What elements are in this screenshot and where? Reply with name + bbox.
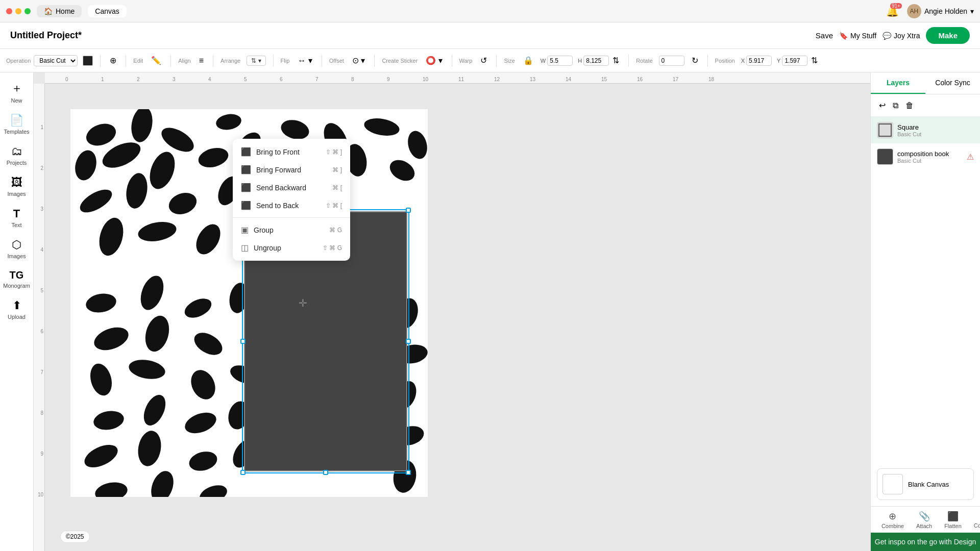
templates-label: Templates <box>4 129 29 135</box>
sidebar-item-images[interactable]: 🖼 Images <box>3 172 31 201</box>
home-tab-label: Home <box>56 7 75 15</box>
canvas-tab[interactable]: Canvas <box>88 5 126 17</box>
sidebar-item-templates[interactable]: 📄 Templates <box>3 110 31 139</box>
user-name: Angie Holden <box>924 7 967 15</box>
arrange-button[interactable]: ⇅ ▾ <box>247 56 265 66</box>
rotate-input[interactable] <box>659 56 684 66</box>
monogram-label: Monogram <box>3 283 30 289</box>
color-swatch[interactable] <box>83 56 93 66</box>
flatten-label: Flatten <box>944 523 962 529</box>
sidebar-item-new[interactable]: ＋ New <box>3 77 31 108</box>
sidebar-item-shapes[interactable]: ⬡ Images <box>3 234 31 263</box>
edit-button[interactable]: ✏️ <box>149 55 163 66</box>
my-stuff-button[interactable]: 🔖 My Stuff <box>839 32 876 40</box>
bring-forward-item[interactable]: ⬛ Bring Forward ⌘ ] <box>233 161 350 179</box>
edit-label: Edit <box>133 58 143 64</box>
tab-layers[interactable]: Layers <box>871 72 925 94</box>
attach-icon: 📎 <box>919 511 930 522</box>
blank-canvas-area[interactable]: Blank Canvas <box>877 468 974 500</box>
zoom-text: ©2025 <box>66 533 84 540</box>
layer-composition-book[interactable]: composition book Basic Cut ⚠ <box>871 143 980 170</box>
bring-to-front-shortcut: ⇧ ⌘ ] <box>326 148 342 156</box>
contour-action[interactable]: ○ Contour <box>974 511 980 529</box>
x-input[interactable] <box>746 56 772 66</box>
layer-square[interactable]: Square Basic Cut <box>871 117 980 143</box>
save-button[interactable]: Save <box>816 31 833 40</box>
ungroup-item[interactable]: ◫ Ungroup ⇧ ⌘ G <box>233 239 350 257</box>
tab-color-sync[interactable]: Color Sync <box>925 72 980 94</box>
upload-label: Upload <box>8 314 26 320</box>
sidebar-item-monogram[interactable]: TG Monogram <box>3 265 31 293</box>
attach-action[interactable]: 📎 Attach <box>916 511 932 529</box>
ruler-tick: 17 <box>673 77 678 82</box>
create-sticker-button[interactable]: ⭕ ▾ <box>424 55 444 66</box>
ruler-tick: 7 <box>315 77 318 82</box>
size-label: Size <box>504 58 514 64</box>
send-to-back-item[interactable]: ⬛ Send to Back ⇧ ⌘ [ <box>233 196 350 214</box>
shapes-icon: ⬡ <box>12 238 21 252</box>
offset-button[interactable]: ⊙ ▾ <box>350 55 367 66</box>
y-stepper[interactable]: ⇅ <box>809 55 820 66</box>
send-backward-icon: ⬛ <box>241 183 251 192</box>
joy-icon: 💬 <box>883 32 891 40</box>
select-all-button[interactable]: ⊕ <box>108 55 118 66</box>
duplicate-layer-button[interactable]: ⧉ <box>891 98 900 112</box>
images-label: Images <box>7 191 26 197</box>
separator-2 <box>126 55 126 67</box>
separator-3 <box>170 55 171 67</box>
align-button[interactable]: ≡ <box>197 55 206 66</box>
ruler-tick-v: 6 <box>40 329 43 334</box>
notif-bar[interactable]: Get inspo on the go with Design <box>871 533 980 551</box>
layer-name-square: Square <box>897 123 974 131</box>
sidebar-item-text[interactable]: T Text <box>3 203 31 232</box>
joy-xtra-button[interactable]: 💬 Joy Xtra <box>883 32 920 40</box>
ungroup-icon: ◫ <box>241 243 249 253</box>
layer-error-icon: ⚠ <box>967 152 974 162</box>
send-backward-item[interactable]: ⬛ Send Backward ⌘ [ <box>233 179 350 196</box>
ruler-tick: 10 <box>423 77 428 82</box>
sidebar-item-upload[interactable]: ⬆ Upload <box>3 295 31 324</box>
canvas-area[interactable]: 0 1 2 3 4 5 6 7 8 9 10 11 12 13 14 15 16… <box>34 72 870 551</box>
rotate-icon[interactable]: ↻ <box>690 55 700 66</box>
rotate-label: Rotate <box>636 58 652 64</box>
flatten-action[interactable]: ⬛ Flatten <box>944 511 962 529</box>
x-field: X <box>741 56 772 66</box>
notifications-button[interactable]: 🔔91+ <box>886 5 899 17</box>
width-field: W <box>541 56 573 66</box>
ruler-tick-v: 1 <box>40 124 43 130</box>
warp-label: Warp <box>459 58 473 64</box>
user-info[interactable]: AH Angie Holden ▾ <box>907 4 974 18</box>
make-button[interactable]: Make <box>926 27 970 44</box>
ruler-tick-v: 8 <box>40 410 43 416</box>
layer-sub-square: Basic Cut <box>897 131 974 137</box>
canvas-inner[interactable]: 5.5 in x 8.13 in ✛ ©2025 <box>45 84 870 551</box>
ruler-tick: 12 <box>494 77 500 82</box>
text-icon: T <box>13 207 20 220</box>
notification-count: 91+ <box>890 3 902 9</box>
x-label: X <box>741 58 745 64</box>
group-item[interactable]: ▣ Group ⌘ G <box>233 221 350 239</box>
height-input[interactable] <box>583 56 609 66</box>
sidebar-item-projects[interactable]: 🗂 Projects <box>3 141 31 170</box>
operation-select[interactable]: Basic Cut <box>34 55 78 66</box>
lock-icon[interactable]: 🔒 <box>521 55 535 66</box>
close-button[interactable] <box>6 8 12 14</box>
project-bar: Untitled Project* Save 🔖 My Stuff 💬 Joy … <box>0 22 980 49</box>
ruler-tick-v: 3 <box>40 206 43 212</box>
delete-layer-button[interactable]: 🗑 <box>903 98 916 112</box>
bookmark-icon: 🔖 <box>839 32 848 40</box>
flip-button[interactable]: ↔ ▾ <box>296 55 314 66</box>
bring-to-front-item[interactable]: ⬛ Bring to Front ⇧ ⌘ ] <box>233 143 350 161</box>
separator-9 <box>496 55 497 67</box>
minimize-button[interactable] <box>15 8 21 14</box>
width-input[interactable] <box>547 56 573 66</box>
maximize-button[interactable] <box>24 8 31 14</box>
combine-action[interactable]: ⊕ Combine <box>881 511 904 529</box>
y-input[interactable] <box>782 56 807 66</box>
ruler-tick: 14 <box>566 77 571 82</box>
height-stepper[interactable]: ⇅ <box>610 55 621 66</box>
home-tab[interactable]: 🏠 Home <box>37 5 82 17</box>
undo-layer-button[interactable]: ↩ <box>877 98 888 112</box>
warp-button[interactable]: ↺ <box>478 55 489 66</box>
contour-label: Contour <box>974 522 980 529</box>
